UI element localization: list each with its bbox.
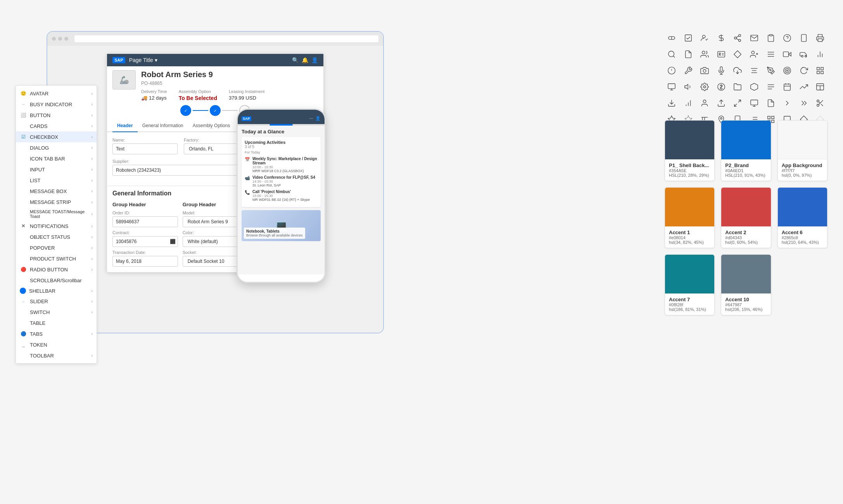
icon-checkbox[interactable] <box>681 31 695 45</box>
icon-camera[interactable] <box>698 64 712 78</box>
sidebar-item-dialog[interactable]: DIALOG › <box>16 142 97 153</box>
icon-chevron-right[interactable] <box>780 96 794 110</box>
sidebar-item-checkbox[interactable]: ☑ CHECKBOX › <box>16 131 97 142</box>
tab-general-info[interactable]: General Information <box>138 120 188 132</box>
sidebar-item-message-strip[interactable]: MESSAGE STRIP › <box>16 197 97 207</box>
icon-list-lines[interactable] <box>764 80 778 94</box>
icon-download[interactable] <box>731 64 745 78</box>
sidebar-item-button[interactable]: ⬜ BUTTON › <box>16 110 97 121</box>
icon-pen[interactable] <box>764 64 778 78</box>
sidebar-item-toolbar[interactable]: TOOLBAR › <box>16 350 97 361</box>
icon-coin[interactable] <box>714 80 728 94</box>
icon-hexagon[interactable] <box>747 80 761 94</box>
icon-align[interactable] <box>747 64 761 78</box>
icon-share[interactable] <box>731 31 745 45</box>
sidebar-item-tabs[interactable]: 🔵 TABS › <box>16 328 97 339</box>
icon-download-2[interactable] <box>665 96 679 110</box>
contract-input[interactable] <box>112 236 178 247</box>
icon-user-circle[interactable] <box>698 96 712 110</box>
name-input[interactable] <box>112 143 178 154</box>
icon-wrench[interactable] <box>681 64 695 78</box>
sidebar-item-icon-tab-bar[interactable]: ICON TAB BAR › <box>16 153 97 164</box>
icon-question[interactable] <box>780 31 794 45</box>
step-line-1 <box>193 110 208 111</box>
color-card-app-bg: App Background #f7f7f7 hsl(0, 0%, 97%) <box>777 120 827 181</box>
sidebar-item-notifications[interactable]: ✕ NOTIFICATIONS › <box>16 221 97 231</box>
mobile-user-icon[interactable]: 👤 <box>315 116 321 121</box>
sidebar-item-input[interactable]: INPUT › <box>16 164 97 175</box>
icon-bar-chart[interactable] <box>681 96 695 110</box>
search-icon[interactable]: 🔍 <box>292 57 299 63</box>
user-icon[interactable]: 👤 <box>311 57 318 63</box>
icon-people[interactable] <box>698 47 712 61</box>
tab-header[interactable]: Header <box>112 120 138 132</box>
icon-person-add[interactable] <box>747 47 761 61</box>
icon-folder[interactable] <box>731 80 745 94</box>
sidebar-item-list[interactable]: LIST › <box>16 175 97 186</box>
icon-monitor[interactable] <box>747 96 761 110</box>
icon-chevron-right-2[interactable] <box>797 96 811 110</box>
slider-icon: ⏤ <box>20 298 27 305</box>
icon-table[interactable] <box>813 80 827 94</box>
icon-mic[interactable] <box>714 64 728 78</box>
icon-sync[interactable] <box>797 64 811 78</box>
chevron-right-icon: › <box>92 146 93 150</box>
icon-scissors[interactable] <box>813 96 827 110</box>
sidebar-item-avatar[interactable]: 🙂 AVATAR › <box>16 88 97 99</box>
icon-pill[interactable] <box>665 31 679 45</box>
icon-target[interactable] <box>780 64 794 78</box>
icon-car[interactable] <box>797 47 811 61</box>
color-name: Accent 7 <box>669 297 710 302</box>
icon-diamond[interactable] <box>731 47 745 61</box>
tab-assembly[interactable]: Assembly Options <box>188 120 235 132</box>
address-bar[interactable] <box>74 35 378 42</box>
svg-line-79 <box>734 104 737 106</box>
sidebar-item-radio-button[interactable]: 🔴 RADIO BUTTON › <box>16 264 97 275</box>
sidebar-item-product-switch[interactable]: PRODUCT SWITCH › <box>16 253 97 264</box>
sidebar-item-table[interactable]: TABLE <box>16 318 97 328</box>
value-help-icon-2[interactable]: ⬛ <box>170 239 176 244</box>
sidebar-item-token[interactable]: ⎯ TOKEN <box>16 339 97 350</box>
sidebar-item-slider[interactable]: ⏤ SLIDER › <box>16 296 97 307</box>
icon-dollar[interactable] <box>714 31 728 45</box>
svg-line-78 <box>738 100 741 102</box>
icon-document[interactable] <box>681 47 695 61</box>
icon-alert[interactable] <box>665 64 679 78</box>
svg-point-6 <box>734 37 737 39</box>
icon-printer[interactable] <box>813 31 827 45</box>
icon-volume[interactable] <box>681 80 695 94</box>
sidebar-item-shellbar[interactable]: SHELLBAR › <box>16 286 97 296</box>
sidebar-item-busy-indicator[interactable]: ⏤ BUSY INDICATOR › <box>16 99 97 110</box>
mobile-menu-icon[interactable]: ··· <box>309 116 313 121</box>
transaction-input[interactable] <box>112 256 178 267</box>
icon-mobile[interactable] <box>797 31 811 45</box>
icon-browser[interactable] <box>665 80 679 94</box>
icon-person-check[interactable] <box>698 31 712 45</box>
icon-email[interactable] <box>747 31 761 45</box>
svg-point-47 <box>784 67 791 74</box>
icon-video[interactable] <box>780 47 794 61</box>
sidebar-item-popover[interactable]: POPOVER › <box>16 242 97 253</box>
icon-clipboard[interactable] <box>764 31 778 45</box>
bell-icon[interactable]: 🔔 <box>302 57 308 63</box>
sidebar-item-object-status[interactable]: OBJECT STATUS › <box>16 231 97 242</box>
sidebar-item-switch[interactable]: SWITCH › <box>16 307 97 318</box>
svg-point-48 <box>785 69 789 73</box>
icon-settings[interactable] <box>698 80 712 94</box>
sidebar-item-scrollbar[interactable]: SCROLLBAR/Scrollbar <box>16 275 97 286</box>
icon-grid[interactable] <box>813 64 827 78</box>
sidebar-item-message-toast[interactable]: MESSAGE TOAST/Message Toast › <box>16 207 97 221</box>
sidebar-item-cards[interactable]: CARDS › <box>16 121 97 131</box>
icon-doc2[interactable] <box>764 96 778 110</box>
icon-fullscreen[interactable] <box>731 96 745 110</box>
icon-calendar[interactable] <box>780 80 794 94</box>
icon-chart[interactable] <box>813 47 827 61</box>
icon-contact-card[interactable] <box>714 47 728 61</box>
sidebar-item-message-box[interactable]: MESSAGE BOX › <box>16 186 97 197</box>
activity-1-info: Weekly Sync: Marketplace / Design Stream… <box>252 157 318 173</box>
icon-upload[interactable] <box>714 96 728 110</box>
icon-search[interactable] <box>665 47 679 61</box>
icon-lines[interactable] <box>764 47 778 61</box>
icon-trending[interactable] <box>797 80 811 94</box>
order-id-input[interactable] <box>112 216 178 227</box>
